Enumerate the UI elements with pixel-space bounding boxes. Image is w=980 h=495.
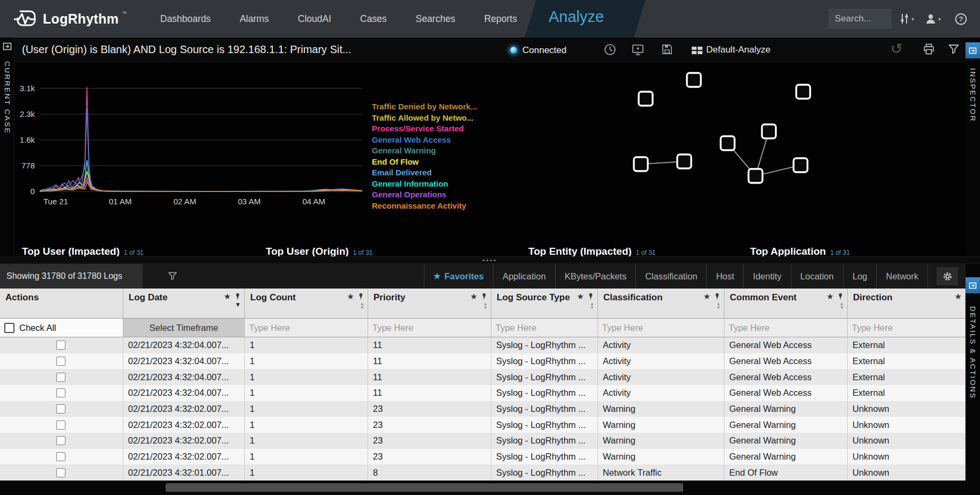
favorite-column-icon[interactable]: ★ — [704, 292, 710, 300]
user-menu-icon[interactable]: ▾ — [925, 0, 941, 38]
undo-icon[interactable]: ↺ — [891, 42, 903, 56]
graph-node[interactable] — [687, 73, 701, 87]
sort-toggle-icon[interactable]: ▲▼ — [360, 302, 364, 309]
widget-meta-link[interactable]: 1 of 31 — [353, 249, 373, 256]
graph-node[interactable] — [749, 169, 762, 183]
pin-column-icon[interactable] — [837, 293, 844, 300]
graph-node[interactable] — [634, 157, 648, 171]
favorite-column-icon[interactable]: ★ — [347, 292, 354, 300]
collapse-panel-icon[interactable] — [966, 277, 980, 293]
sort-descending-icon[interactable]: ▼ — [235, 302, 241, 308]
print-icon[interactable] — [922, 43, 936, 58]
tab-classification[interactable]: Classification — [635, 264, 706, 289]
favorite-column-icon[interactable]: ★ — [470, 292, 477, 300]
row-checkbox[interactable] — [56, 373, 65, 382]
details-actions-panel-tab[interactable]: DETAILS & ACTIONS — [966, 264, 980, 495]
tab-log[interactable]: Log — [843, 264, 877, 289]
nav-item-cases[interactable]: Cases — [346, 13, 401, 25]
filter-input-log-source-type[interactable]: Type Here — [491, 319, 598, 337]
column-header-common-event[interactable]: Common Event★▲▼ — [724, 289, 848, 318]
inspector-panel-tab[interactable]: INSPECTOR — [966, 38, 980, 256]
row-checkbox[interactable] — [56, 404, 65, 413]
brand[interactable]: LogRhythm ™ — [14, 0, 127, 38]
pin-column-icon[interactable] — [587, 293, 594, 300]
pin-column-icon[interactable] — [357, 293, 364, 300]
select-timeframe-button[interactable]: Select Timeframe — [123, 319, 245, 337]
filter-logs-icon[interactable] — [167, 271, 178, 284]
table-row[interactable]: 02/21/2023 4:32:02.007...123Syslog - Log… — [0, 401, 966, 417]
view-options-icon[interactable]: ▾ — [899, 0, 914, 38]
filter-icon[interactable] — [947, 43, 960, 58]
legend-entry-process-service-started[interactable]: Process/Service Started — [372, 123, 477, 135]
legend-entry-general-information[interactable]: General Information — [372, 179, 477, 190]
tab-kbytes-packets[interactable]: KBytes/Packets — [555, 264, 636, 289]
row-checkbox[interactable] — [56, 357, 65, 366]
favorite-column-icon[interactable]: ★ — [224, 292, 231, 300]
filter-input-priority[interactable]: Type Here — [368, 319, 491, 337]
graph-node[interactable] — [796, 85, 810, 99]
table-row[interactable]: 02/21/2023 4:32:02.007...123Syslog - Log… — [0, 417, 966, 433]
sort-toggle-icon[interactable]: ▲▼ — [840, 302, 844, 309]
tab-network[interactable]: Network — [876, 264, 928, 289]
panel-splitter[interactable]: •••• — [0, 256, 980, 264]
nav-item-searches[interactable]: Searches — [401, 13, 470, 25]
row-checkbox[interactable] — [56, 388, 65, 397]
sort-toggle-icon[interactable]: ▲▼ — [716, 302, 721, 309]
graph-node[interactable] — [677, 154, 691, 168]
table-row[interactable]: 02/21/2023 4:32:02.007...123Syslog - Log… — [0, 433, 966, 449]
table-row[interactable]: 02/21/2023 4:32:04.007...111Syslog - Log… — [0, 369, 966, 385]
tab-location[interactable]: Location — [791, 264, 843, 289]
layout-selector[interactable]: Default-Analyze — [706, 45, 770, 55]
tab-host[interactable]: Host — [706, 264, 743, 289]
legend-entry-general-web-access[interactable]: General Web Access — [372, 135, 477, 146]
filter-input-classification[interactable]: Type Here — [598, 319, 724, 337]
graph-node[interactable] — [721, 136, 735, 150]
help-icon[interactable]: ? — [955, 0, 967, 38]
tab-application[interactable]: Application — [493, 264, 555, 289]
row-checkbox[interactable] — [56, 420, 65, 430]
legend-entry-email-delivered[interactable]: Email Delivered — [372, 167, 477, 179]
sort-toggle-icon[interactable]: ▲▼ — [590, 302, 594, 309]
splitter-grip-icon[interactable]: •••• — [483, 258, 497, 262]
column-header-log-date[interactable]: Log Date★▼ — [123, 289, 245, 318]
row-checkbox[interactable] — [56, 468, 65, 477]
column-header-classification[interactable]: Classification★▲▼ — [598, 289, 724, 318]
favorite-column-icon[interactable]: ★ — [577, 292, 584, 300]
legend-entry-traffic-denied-by-network[interactable]: Traffic Denied by Network... — [372, 101, 477, 113]
favorite-column-icon[interactable]: ★ — [827, 292, 834, 300]
column-header-log-source-type[interactable]: Log Source Type★▲▼ — [491, 289, 598, 318]
collapse-panel-icon[interactable] — [966, 42, 980, 58]
row-checkbox[interactable] — [56, 452, 65, 461]
expand-panel-icon[interactable] — [3, 42, 12, 53]
table-row[interactable]: 02/21/2023 4:32:02.007...123Syslog - Log… — [0, 449, 966, 465]
legend-entry-general-warning[interactable]: General Warning — [372, 145, 477, 157]
tab-identity[interactable]: Identity — [743, 264, 790, 289]
favorite-column-icon[interactable]: ★ — [955, 292, 962, 300]
current-case-panel-tab[interactable]: CURRENT CASE — [0, 38, 14, 256]
save-icon[interactable] — [661, 43, 674, 58]
filter-input-common-event[interactable]: Type Here — [724, 319, 848, 337]
table-row[interactable]: 02/21/2023 4:32:04.007...111Syslog - Log… — [0, 337, 966, 353]
check-all-checkbox[interactable] — [4, 323, 14, 333]
nav-item-reports[interactable]: Reports — [470, 13, 532, 25]
graph-node[interactable] — [762, 124, 776, 138]
search-input[interactable] — [828, 9, 892, 29]
layout-grid-icon[interactable] — [691, 45, 704, 58]
graph-node[interactable] — [794, 158, 807, 172]
widget-meta-link[interactable]: 1 of 31 — [636, 249, 656, 256]
widget-meta-link[interactable]: 1 of 31 — [830, 249, 850, 256]
column-header-priority[interactable]: Priority★▲▼ — [368, 289, 491, 318]
pin-column-icon[interactable] — [714, 293, 721, 300]
table-row[interactable]: 02/21/2023 4:32:04.007...111Syslog - Log… — [0, 353, 966, 370]
sort-toggle-icon[interactable]: ▲▼ — [483, 302, 488, 309]
legend-entry-general-operations[interactable]: General Operations — [372, 189, 477, 201]
row-checkbox[interactable] — [56, 341, 65, 350]
clock-icon[interactable] — [603, 43, 617, 58]
horizontal-scrollbar-track[interactable] — [0, 481, 966, 495]
pin-column-icon[interactable] — [481, 293, 488, 300]
nav-item-cloudai[interactable]: CloudAI — [283, 13, 346, 25]
column-header-log-count[interactable]: Log Count★▲▼ — [245, 289, 368, 318]
legend-entry-reconnaissance-activity[interactable]: Reconnaissance Activity — [372, 201, 477, 212]
tab-favorites[interactable]: ★Favorites — [424, 264, 493, 289]
gear-icon[interactable] — [937, 267, 958, 285]
